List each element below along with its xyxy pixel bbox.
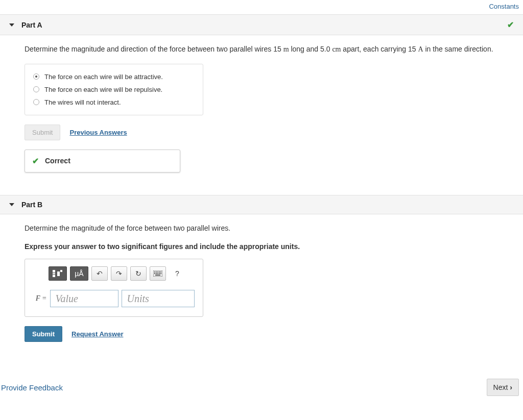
answer-box: µÅ ↶ ↷ ↻ ? F = Value Units <box>25 259 203 317</box>
constants-link[interactable]: Constants <box>489 3 519 10</box>
radio-icon <box>33 86 39 92</box>
radio-group: The force on each wire will be attractiv… <box>25 64 203 115</box>
keyboard-button[interactable] <box>150 266 166 281</box>
part-b-body: Determine the magnitude of the force bet… <box>0 214 523 364</box>
svg-rect-15 <box>160 273 161 274</box>
undo-button[interactable]: ↶ <box>91 266 108 281</box>
radio-label: The force on each wire will be repulsive… <box>44 86 162 93</box>
answer-toolbar: µÅ ↶ ↷ ↻ ? <box>49 266 195 281</box>
reset-button[interactable]: ↻ <box>130 266 147 281</box>
svg-rect-3 <box>57 271 60 276</box>
caret-down-icon <box>9 203 14 206</box>
provide-feedback-link[interactable]: Provide Feedback <box>0 383 63 392</box>
check-icon: ✔ <box>507 20 514 30</box>
svg-rect-16 <box>155 275 160 276</box>
request-answer-link[interactable]: Request Answer <box>72 330 123 338</box>
part-b-title: Part B <box>21 201 42 209</box>
feedback-text: Correct <box>45 157 70 165</box>
value-input[interactable]: Value <box>50 290 118 307</box>
templates-button[interactable] <box>49 266 67 281</box>
radio-icon <box>33 99 39 105</box>
keyboard-icon <box>153 270 162 277</box>
previous-answers-link[interactable]: Previous Answers <box>69 129 127 136</box>
svg-rect-9 <box>159 271 160 273</box>
unit-a: A <box>418 45 423 53</box>
svg-rect-1 <box>53 273 55 274</box>
prompt-text: Determine the magnitude and direction of… <box>25 45 283 53</box>
help-button[interactable]: ? <box>169 266 185 281</box>
unit-m: m <box>283 45 289 53</box>
radio-icon <box>33 73 39 80</box>
submit-button: Submit <box>25 125 60 140</box>
feedback-correct: ✔ Correct <box>25 150 180 172</box>
svg-rect-6 <box>154 271 155 273</box>
part-a-prompt: Determine the magnitude and direction of… <box>25 44 498 55</box>
svg-rect-7 <box>156 271 157 273</box>
check-icon: ✔ <box>32 156 39 166</box>
svg-rect-13 <box>157 273 158 274</box>
units-input[interactable]: Units <box>122 290 195 307</box>
radio-option-repulsive[interactable]: The force on each wire will be repulsive… <box>33 83 195 96</box>
radio-label: The force on each wire will be attractiv… <box>44 73 163 81</box>
fraction-icon <box>53 270 63 277</box>
submit-button[interactable]: Submit <box>25 326 62 342</box>
next-label: Next <box>493 383 508 391</box>
next-button[interactable]: Next › <box>487 379 519 396</box>
prompt-text: long and 5.0 <box>289 45 332 53</box>
svg-rect-0 <box>53 270 55 273</box>
prompt-text: in the same direction. <box>423 45 493 53</box>
radio-label: The wires will not interact. <box>44 98 121 106</box>
svg-rect-10 <box>160 271 161 273</box>
radio-option-attractive[interactable]: The force on each wire will be attractiv… <box>33 70 195 83</box>
part-a-title: Part A <box>21 21 42 29</box>
redo-button[interactable]: ↷ <box>111 266 127 281</box>
svg-rect-14 <box>159 273 160 274</box>
units-button[interactable]: µÅ <box>70 266 88 281</box>
chevron-right-icon: › <box>510 383 512 391</box>
equation-label: F = <box>33 294 47 303</box>
part-a-body: Determine the magnitude and direction of… <box>0 35 523 185</box>
prompt-text: apart, each carrying 15 <box>341 45 418 53</box>
unit-cm: cm <box>332 45 341 53</box>
caret-down-icon <box>9 23 14 27</box>
part-b-prompt: Determine the magnitude of the force bet… <box>25 224 498 234</box>
svg-rect-2 <box>53 275 55 277</box>
part-a-header[interactable]: Part A ✔ <box>0 14 523 35</box>
part-b-header[interactable]: Part B <box>0 195 523 214</box>
svg-rect-4 <box>60 270 62 272</box>
svg-rect-12 <box>156 273 157 274</box>
svg-rect-8 <box>157 271 158 273</box>
svg-rect-11 <box>154 273 155 274</box>
radio-option-nointeract[interactable]: The wires will not interact. <box>33 96 195 109</box>
part-b-instruct: Express your answer to two significant f… <box>25 242 498 251</box>
